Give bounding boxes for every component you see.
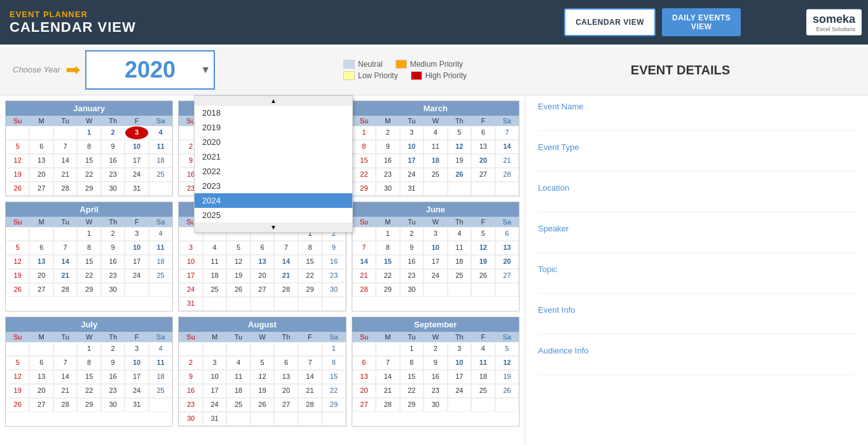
day-cell[interactable]: 30 (400, 283, 424, 297)
day-cell[interactable]: 1 (77, 227, 100, 241)
day-cell[interactable]: 24 (125, 384, 148, 398)
day-cell[interactable]: 17 (203, 384, 226, 398)
day-cell[interactable]: 22 (376, 269, 399, 283)
day-cell[interactable]: 19 (448, 154, 471, 168)
day-cell[interactable]: 25 (226, 398, 250, 412)
day-cell[interactable]: 28 (274, 283, 298, 297)
day-cell[interactable]: 27 (274, 398, 298, 412)
day-cell[interactable]: 13 (352, 370, 376, 384)
day-cell[interactable]: 20 (495, 255, 519, 269)
day-cell[interactable]: 21 (495, 154, 519, 168)
day-cell[interactable]: 12 (226, 255, 250, 269)
day-cell[interactable]: 20 (29, 168, 53, 182)
day-cell[interactable]: 24 (179, 283, 202, 297)
field-value[interactable] (538, 317, 855, 327)
day-cell[interactable]: 6 (251, 241, 274, 255)
day-cell[interactable]: 3 (125, 126, 148, 140)
day-cell[interactable]: 7 (495, 126, 519, 140)
day-cell[interactable]: 31 (203, 412, 226, 426)
day-cell[interactable]: 23 (376, 168, 399, 182)
day-cell[interactable]: 17 (125, 370, 148, 384)
year-option-2021[interactable]: 2021 (195, 149, 352, 164)
day-cell[interactable]: 14 (274, 255, 298, 269)
calendar-view-button[interactable]: CALENDAR VIEW (564, 8, 656, 36)
day-cell[interactable]: 18 (226, 384, 250, 398)
day-cell[interactable]: 13 (495, 241, 519, 255)
day-cell[interactable]: 6 (29, 140, 53, 154)
day-cell[interactable]: 26 (495, 384, 519, 398)
day-cell[interactable]: 12 (6, 255, 29, 269)
day-cell[interactable]: 18 (471, 370, 495, 384)
day-cell[interactable]: 20 (352, 384, 376, 398)
day-cell[interactable]: 6 (29, 241, 53, 255)
day-cell[interactable]: 14 (352, 255, 376, 269)
day-cell[interactable]: 19 (495, 370, 519, 384)
day-cell[interactable]: 11 (424, 140, 447, 154)
day-cell[interactable]: 7 (376, 356, 399, 370)
day-cell[interactable]: 31 (400, 182, 424, 196)
day-cell[interactable]: 12 (495, 356, 519, 370)
day-cell[interactable]: 28 (53, 283, 77, 297)
day-cell[interactable]: 6 (495, 227, 519, 241)
day-cell[interactable]: 21 (53, 384, 77, 398)
day-cell[interactable]: 8 (77, 241, 100, 255)
day-cell[interactable]: 1 (400, 342, 424, 356)
day-cell[interactable]: 9 (322, 241, 345, 255)
day-cell[interactable]: 12 (471, 241, 495, 255)
day-cell[interactable]: 16 (101, 255, 125, 269)
day-cell[interactable]: 24 (400, 168, 424, 182)
year-dropdown[interactable]: ▲ 2018 2019 2020 2021 2022 2023 2024 202… (194, 95, 353, 233)
day-cell[interactable]: 3 (179, 241, 202, 255)
day-cell[interactable]: 8 (77, 356, 100, 370)
day-cell[interactable]: 2 (101, 126, 125, 140)
day-cell[interactable]: 19 (471, 255, 495, 269)
day-cell[interactable]: 2 (179, 356, 202, 370)
day-cell[interactable]: 29 (77, 398, 100, 412)
day-cell[interactable]: 21 (376, 384, 399, 398)
day-cell[interactable]: 21 (53, 269, 77, 283)
day-cell[interactable]: 11 (448, 241, 471, 255)
day-cell[interactable]: 1 (77, 126, 100, 140)
day-cell[interactable]: 13 (29, 370, 53, 384)
day-cell[interactable]: 19 (6, 168, 29, 182)
day-cell[interactable]: 14 (53, 370, 77, 384)
day-cell[interactable]: 24 (125, 269, 148, 283)
day-cell[interactable]: 11 (149, 356, 172, 370)
day-cell[interactable]: 10 (448, 356, 471, 370)
day-cell[interactable]: 7 (53, 140, 77, 154)
field-value[interactable] (538, 236, 855, 246)
day-cell[interactable]: 23 (101, 269, 125, 283)
day-cell[interactable]: 26 (448, 168, 471, 182)
day-cell[interactable]: 13 (274, 370, 298, 384)
day-cell[interactable]: 2 (400, 227, 424, 241)
year-option-2020[interactable]: 2020 (195, 135, 352, 149)
day-cell[interactable]: 10 (400, 140, 424, 154)
day-cell[interactable]: 16 (179, 384, 202, 398)
day-cell[interactable]: 11 (149, 140, 172, 154)
day-cell[interactable]: 5 (6, 140, 29, 154)
day-cell[interactable]: 26 (226, 283, 250, 297)
day-cell[interactable]: 25 (424, 168, 447, 182)
day-cell[interactable]: 27 (352, 398, 376, 412)
day-cell[interactable]: 21 (352, 269, 376, 283)
day-cell[interactable]: 25 (471, 384, 495, 398)
day-cell[interactable]: 4 (149, 126, 172, 140)
day-cell[interactable]: 9 (376, 140, 399, 154)
day-cell[interactable]: 26 (471, 269, 495, 283)
day-cell[interactable]: 30 (424, 398, 447, 412)
day-cell[interactable]: 15 (77, 154, 100, 168)
day-cell[interactable]: 22 (77, 168, 100, 182)
day-cell[interactable]: 25 (149, 168, 172, 182)
day-cell[interactable]: 14 (495, 140, 519, 154)
day-cell[interactable]: 18 (448, 255, 471, 269)
day-cell[interactable]: 23 (179, 398, 202, 412)
day-cell[interactable]: 22 (322, 384, 345, 398)
day-cell[interactable]: 4 (448, 227, 471, 241)
field-value[interactable] (538, 195, 855, 205)
day-cell[interactable]: 18 (203, 269, 226, 283)
day-cell[interactable]: 3 (448, 342, 471, 356)
day-cell[interactable]: 10 (179, 255, 202, 269)
day-cell[interactable]: 22 (400, 384, 424, 398)
day-cell[interactable]: 30 (376, 182, 399, 196)
day-cell[interactable]: 8 (298, 241, 322, 255)
